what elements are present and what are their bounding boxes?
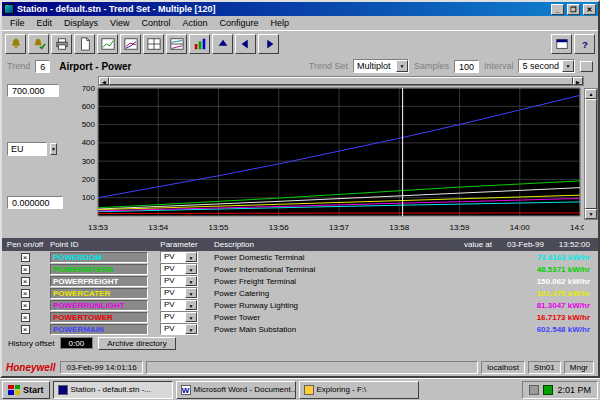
chevron-down-icon[interactable]: ▼ [185, 252, 197, 262]
bar-view-button[interactable] [189, 34, 210, 54]
pen-toggle-checkbox[interactable]: × [21, 289, 30, 298]
x-tick-label: 14:00 [510, 223, 531, 232]
pen-toggle-checkbox[interactable]: × [21, 253, 30, 262]
print-button[interactable] [51, 34, 72, 54]
point-id-field[interactable]: POWERINTERN [50, 264, 148, 275]
scroll-up-button[interactable] [212, 34, 233, 54]
report-button[interactable] [74, 34, 95, 54]
chevron-down-icon[interactable]: ▼ [562, 60, 574, 72]
scroll-right-icon[interactable]: ▶ [573, 77, 583, 85]
hscroll-thumb[interactable] [109, 77, 573, 85]
y-tick-label: 300 [82, 157, 96, 166]
chevron-down-icon[interactable]: ▼ [185, 300, 197, 310]
alarm-ack-button[interactable] [28, 34, 49, 54]
taskbar-task[interactable]: Exploring - F:\ [299, 381, 419, 399]
point-id-field[interactable]: POWERMAIN [50, 324, 148, 335]
axis-min-field[interactable]: 0.000000 [7, 196, 63, 209]
point-id-field[interactable]: POWERCATER [50, 288, 148, 299]
menu-displays[interactable]: Displays [58, 18, 104, 28]
point-id-field[interactable]: POWERTOWER [50, 312, 148, 323]
parameter-select[interactable]: PV▼ [160, 323, 198, 335]
menu-file[interactable]: File [4, 18, 31, 28]
trend-view-4-button[interactable] [143, 34, 164, 54]
scroll-down-icon[interactable]: ▼ [585, 209, 597, 219]
point-id-field[interactable]: POWERFREIGHT [50, 276, 148, 287]
table-header: Pen on/off Point ID Parameter Descriptio… [2, 238, 598, 251]
x-tick-label: 14:01 [570, 223, 584, 232]
trend-view-8-button[interactable] [166, 34, 187, 54]
pen-toggle-checkbox[interactable]: × [21, 325, 30, 334]
start-button[interactable]: Start [2, 381, 50, 399]
menu-edit[interactable]: Edit [31, 18, 59, 28]
interval-select[interactable]: 5 second ▼ [518, 59, 575, 73]
header-value-at: value at [464, 240, 492, 249]
window-title: Station - default.stn - Trend Set - Mult… [17, 4, 548, 14]
chevron-down-icon[interactable]: ▼ [185, 288, 197, 298]
pen-toggle-checkbox[interactable]: × [21, 313, 30, 322]
menu-action[interactable]: Action [176, 18, 213, 28]
parameter-select[interactable]: PV▼ [160, 299, 198, 311]
trend-view-1-button[interactable] [97, 34, 118, 54]
pen-toggle-checkbox[interactable]: × [21, 301, 30, 310]
minimize-button[interactable]: _ [551, 4, 564, 15]
chevron-down-icon[interactable]: ▼ [185, 264, 197, 274]
samples-field[interactable]: 100 [454, 60, 479, 73]
pen-toggle-checkbox[interactable]: × [21, 265, 30, 274]
scroll-left-icon[interactable]: ◀ [99, 77, 109, 85]
chevron-down-icon[interactable]: ▼ [185, 324, 197, 334]
window-titlebar[interactable]: Station - default.stn - Trend Set - Mult… [2, 2, 598, 16]
maximize-button[interactable]: ❐ [567, 4, 580, 15]
toolbar-right-group: ? [551, 34, 595, 54]
chevron-down-icon[interactable]: ▼ [185, 312, 197, 322]
axis-max-field[interactable]: 700.000 [7, 84, 59, 97]
alarm-page-button[interactable] [5, 34, 26, 54]
help-button[interactable]: ? [574, 34, 595, 54]
y-tick-label: 400 [82, 138, 96, 147]
chart-hscrollbar[interactable]: ◀ ▶ [98, 76, 584, 86]
document-icon [78, 37, 92, 51]
header-point-id: Point ID [48, 240, 148, 249]
parameter-select[interactable]: PV▼ [160, 287, 198, 299]
trend-header-button[interactable] [580, 61, 593, 72]
parameter-select[interactable]: PV▼ [160, 263, 198, 275]
volume-icon[interactable] [529, 385, 539, 395]
history-offset-field[interactable]: 0:00 [60, 337, 94, 349]
y-tick-label: 200 [82, 175, 96, 184]
menu-bar: FileEditDisplaysViewControlActionConfigu… [2, 16, 598, 30]
close-button[interactable]: ✕ [583, 4, 596, 15]
taskbar-task[interactable]: Microsoft Word - Document... [176, 381, 296, 399]
page-back-button[interactable] [235, 34, 256, 54]
parameter-select[interactable]: PV▼ [160, 251, 198, 263]
pen-toggle-checkbox[interactable]: × [21, 277, 30, 286]
chevron-down-icon[interactable]: ▼ [185, 276, 197, 286]
menu-configure[interactable]: Configure [213, 18, 264, 28]
menu-view[interactable]: View [104, 18, 135, 28]
interval-label: Interval [484, 61, 514, 71]
chart-vscrollbar[interactable]: ▲ ▼ [584, 88, 598, 220]
trend-number-field[interactable]: 6 [35, 60, 50, 73]
chevron-down-icon[interactable]: ▼ [396, 60, 408, 72]
trend-view-2-button[interactable] [120, 34, 141, 54]
point-id-field[interactable]: POWERRUNLIGHT [50, 300, 148, 311]
menu-help[interactable]: Help [264, 18, 295, 28]
menu-control[interactable]: Control [135, 18, 176, 28]
vscroll-thumb[interactable] [585, 99, 597, 209]
x-tick-label: 13:53 [88, 223, 109, 232]
point-id-field[interactable]: POWERDOM [50, 252, 148, 263]
taskbar-task[interactable]: Station - default.stn -... [53, 381, 173, 399]
start-label: Start [23, 385, 44, 395]
eu-select[interactable]: EU ▼ [7, 142, 47, 156]
parameter-select[interactable]: PV▼ [160, 311, 198, 323]
header-time: 13:52:00 [559, 240, 590, 249]
detail-display-button[interactable] [551, 34, 572, 54]
archive-directory-button[interactable]: Archive directory [98, 337, 176, 350]
point-description: Power International Terminal [210, 265, 456, 274]
trend-chart[interactable]: 10020030040050060070013:5313:5413:5513:5… [68, 86, 584, 238]
page-forward-button[interactable] [258, 34, 279, 54]
parameter-select[interactable]: PV▼ [160, 275, 198, 287]
tray-status-icon[interactable] [543, 385, 553, 395]
axis-gutter: 700.000 EU ▼ 0.000000 [2, 76, 68, 238]
chevron-down-icon[interactable]: ▼ [50, 143, 57, 155]
trend-set-select[interactable]: Multiplot ▼ [353, 59, 409, 73]
scroll-up-icon[interactable]: ▲ [585, 89, 597, 99]
